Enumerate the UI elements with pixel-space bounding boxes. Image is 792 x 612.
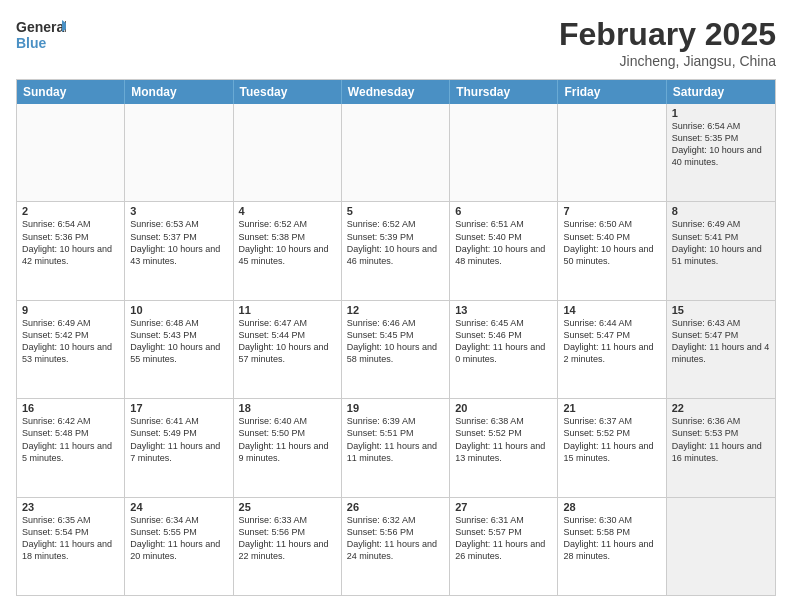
month-title: February 2025: [559, 16, 776, 53]
calendar-row: 9Sunrise: 6:49 AM Sunset: 5:42 PM Daylig…: [17, 301, 775, 399]
calendar-row: 23Sunrise: 6:35 AM Sunset: 5:54 PM Dayli…: [17, 498, 775, 595]
cell-info: Sunrise: 6:34 AM Sunset: 5:55 PM Dayligh…: [130, 514, 227, 563]
header: General Blue February 2025 Jincheng, Jia…: [16, 16, 776, 69]
calendar-row: 2Sunrise: 6:54 AM Sunset: 5:36 PM Daylig…: [17, 202, 775, 300]
cell-info: Sunrise: 6:41 AM Sunset: 5:49 PM Dayligh…: [130, 415, 227, 464]
calendar-cell: [450, 104, 558, 201]
cell-info: Sunrise: 6:30 AM Sunset: 5:58 PM Dayligh…: [563, 514, 660, 563]
cell-info: Sunrise: 6:43 AM Sunset: 5:47 PM Dayligh…: [672, 317, 770, 366]
calendar-cell: 3Sunrise: 6:53 AM Sunset: 5:37 PM Daylig…: [125, 202, 233, 299]
calendar-cell: 23Sunrise: 6:35 AM Sunset: 5:54 PM Dayli…: [17, 498, 125, 595]
cell-info: Sunrise: 6:53 AM Sunset: 5:37 PM Dayligh…: [130, 218, 227, 267]
calendar-cell: [234, 104, 342, 201]
calendar-cell: 20Sunrise: 6:38 AM Sunset: 5:52 PM Dayli…: [450, 399, 558, 496]
day-number: 21: [563, 402, 660, 414]
day-number: 22: [672, 402, 770, 414]
day-number: 19: [347, 402, 444, 414]
day-number: 14: [563, 304, 660, 316]
cell-info: Sunrise: 6:44 AM Sunset: 5:47 PM Dayligh…: [563, 317, 660, 366]
day-number: 25: [239, 501, 336, 513]
calendar-cell: 5Sunrise: 6:52 AM Sunset: 5:39 PM Daylig…: [342, 202, 450, 299]
weekday-header: Saturday: [667, 80, 775, 104]
svg-text:General: General: [16, 19, 66, 35]
page: General Blue February 2025 Jincheng, Jia…: [0, 0, 792, 612]
cell-info: Sunrise: 6:37 AM Sunset: 5:52 PM Dayligh…: [563, 415, 660, 464]
calendar-cell: 1Sunrise: 6:54 AM Sunset: 5:35 PM Daylig…: [667, 104, 775, 201]
cell-info: Sunrise: 6:39 AM Sunset: 5:51 PM Dayligh…: [347, 415, 444, 464]
cell-info: Sunrise: 6:46 AM Sunset: 5:45 PM Dayligh…: [347, 317, 444, 366]
day-number: 6: [455, 205, 552, 217]
calendar-cell: 9Sunrise: 6:49 AM Sunset: 5:42 PM Daylig…: [17, 301, 125, 398]
day-number: 10: [130, 304, 227, 316]
calendar-cell: 16Sunrise: 6:42 AM Sunset: 5:48 PM Dayli…: [17, 399, 125, 496]
day-number: 24: [130, 501, 227, 513]
cell-info: Sunrise: 6:40 AM Sunset: 5:50 PM Dayligh…: [239, 415, 336, 464]
cell-info: Sunrise: 6:52 AM Sunset: 5:39 PM Dayligh…: [347, 218, 444, 267]
day-number: 28: [563, 501, 660, 513]
weekday-header: Wednesday: [342, 80, 450, 104]
cell-info: Sunrise: 6:49 AM Sunset: 5:42 PM Dayligh…: [22, 317, 119, 366]
title-area: February 2025 Jincheng, Jiangsu, China: [559, 16, 776, 69]
location: Jincheng, Jiangsu, China: [559, 53, 776, 69]
calendar-cell: 2Sunrise: 6:54 AM Sunset: 5:36 PM Daylig…: [17, 202, 125, 299]
cell-info: Sunrise: 6:54 AM Sunset: 5:35 PM Dayligh…: [672, 120, 770, 169]
cell-info: Sunrise: 6:35 AM Sunset: 5:54 PM Dayligh…: [22, 514, 119, 563]
day-number: 20: [455, 402, 552, 414]
day-number: 23: [22, 501, 119, 513]
day-number: 1: [672, 107, 770, 119]
weekday-header: Thursday: [450, 80, 558, 104]
calendar: SundayMondayTuesdayWednesdayThursdayFrid…: [16, 79, 776, 596]
calendar-cell: [342, 104, 450, 201]
day-number: 3: [130, 205, 227, 217]
svg-text:Blue: Blue: [16, 35, 47, 51]
cell-info: Sunrise: 6:52 AM Sunset: 5:38 PM Dayligh…: [239, 218, 336, 267]
weekday-header: Monday: [125, 80, 233, 104]
calendar-cell: [667, 498, 775, 595]
day-number: 26: [347, 501, 444, 513]
weekday-header: Sunday: [17, 80, 125, 104]
calendar-header: SundayMondayTuesdayWednesdayThursdayFrid…: [17, 80, 775, 104]
day-number: 12: [347, 304, 444, 316]
cell-info: Sunrise: 6:51 AM Sunset: 5:40 PM Dayligh…: [455, 218, 552, 267]
calendar-cell: [17, 104, 125, 201]
calendar-cell: 17Sunrise: 6:41 AM Sunset: 5:49 PM Dayli…: [125, 399, 233, 496]
cell-info: Sunrise: 6:36 AM Sunset: 5:53 PM Dayligh…: [672, 415, 770, 464]
calendar-cell: 10Sunrise: 6:48 AM Sunset: 5:43 PM Dayli…: [125, 301, 233, 398]
calendar-cell: 12Sunrise: 6:46 AM Sunset: 5:45 PM Dayli…: [342, 301, 450, 398]
calendar-cell: 14Sunrise: 6:44 AM Sunset: 5:47 PM Dayli…: [558, 301, 666, 398]
weekday-header: Friday: [558, 80, 666, 104]
logo: General Blue: [16, 16, 66, 52]
calendar-cell: 27Sunrise: 6:31 AM Sunset: 5:57 PM Dayli…: [450, 498, 558, 595]
calendar-row: 1Sunrise: 6:54 AM Sunset: 5:35 PM Daylig…: [17, 104, 775, 202]
cell-info: Sunrise: 6:31 AM Sunset: 5:57 PM Dayligh…: [455, 514, 552, 563]
calendar-cell: 7Sunrise: 6:50 AM Sunset: 5:40 PM Daylig…: [558, 202, 666, 299]
day-number: 8: [672, 205, 770, 217]
cell-info: Sunrise: 6:50 AM Sunset: 5:40 PM Dayligh…: [563, 218, 660, 267]
calendar-cell: [558, 104, 666, 201]
cell-info: Sunrise: 6:48 AM Sunset: 5:43 PM Dayligh…: [130, 317, 227, 366]
day-number: 9: [22, 304, 119, 316]
cell-info: Sunrise: 6:45 AM Sunset: 5:46 PM Dayligh…: [455, 317, 552, 366]
cell-info: Sunrise: 6:33 AM Sunset: 5:56 PM Dayligh…: [239, 514, 336, 563]
cell-info: Sunrise: 6:42 AM Sunset: 5:48 PM Dayligh…: [22, 415, 119, 464]
weekday-header: Tuesday: [234, 80, 342, 104]
cell-info: Sunrise: 6:47 AM Sunset: 5:44 PM Dayligh…: [239, 317, 336, 366]
calendar-cell: [125, 104, 233, 201]
calendar-cell: 22Sunrise: 6:36 AM Sunset: 5:53 PM Dayli…: [667, 399, 775, 496]
calendar-cell: 13Sunrise: 6:45 AM Sunset: 5:46 PM Dayli…: [450, 301, 558, 398]
calendar-cell: 26Sunrise: 6:32 AM Sunset: 5:56 PM Dayli…: [342, 498, 450, 595]
calendar-cell: 25Sunrise: 6:33 AM Sunset: 5:56 PM Dayli…: [234, 498, 342, 595]
day-number: 27: [455, 501, 552, 513]
day-number: 4: [239, 205, 336, 217]
day-number: 16: [22, 402, 119, 414]
day-number: 17: [130, 402, 227, 414]
cell-info: Sunrise: 6:49 AM Sunset: 5:41 PM Dayligh…: [672, 218, 770, 267]
calendar-cell: 24Sunrise: 6:34 AM Sunset: 5:55 PM Dayli…: [125, 498, 233, 595]
calendar-cell: 28Sunrise: 6:30 AM Sunset: 5:58 PM Dayli…: [558, 498, 666, 595]
calendar-cell: 18Sunrise: 6:40 AM Sunset: 5:50 PM Dayli…: [234, 399, 342, 496]
day-number: 11: [239, 304, 336, 316]
logo-svg: General Blue: [16, 16, 66, 52]
calendar-cell: 4Sunrise: 6:52 AM Sunset: 5:38 PM Daylig…: [234, 202, 342, 299]
day-number: 13: [455, 304, 552, 316]
calendar-cell: 11Sunrise: 6:47 AM Sunset: 5:44 PM Dayli…: [234, 301, 342, 398]
